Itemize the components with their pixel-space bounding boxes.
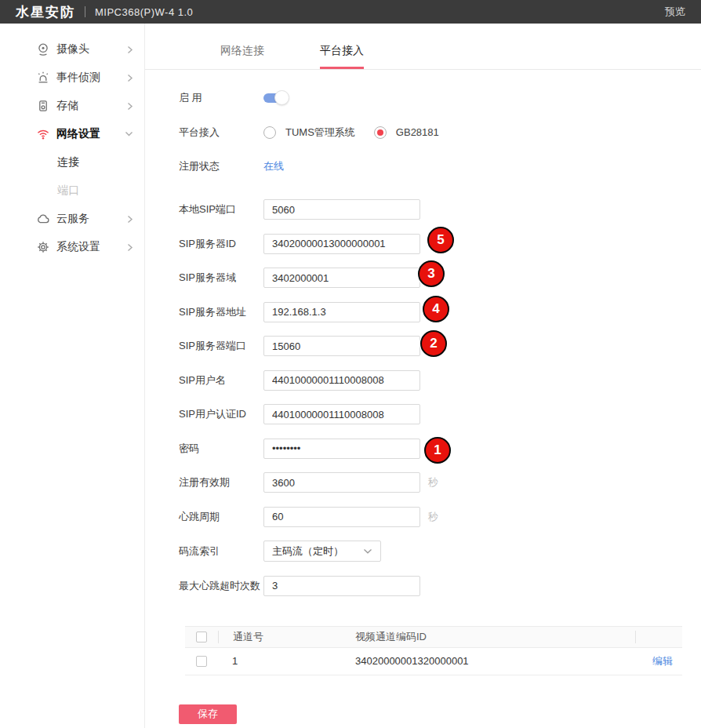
sidebar-item-label: 存储 xyxy=(56,99,78,113)
field-label: 本地SIP端口 xyxy=(179,202,263,217)
gear-icon xyxy=(36,240,50,254)
edit-link[interactable]: 编辑 xyxy=(652,655,673,667)
sip-username-input[interactable] xyxy=(263,370,420,391)
annotation-badge-1: 1 xyxy=(424,437,451,464)
field-label: 码流索引 xyxy=(179,544,263,559)
form-row-max-heartbeat-timeout: 最大心跳超时次数 xyxy=(179,576,701,596)
device-model: MIPC368(P)W-4 1.0 xyxy=(95,6,193,18)
sidebar-item-network-settings[interactable]: 网络设置 xyxy=(0,120,144,148)
sip-auth-id-input[interactable] xyxy=(263,404,420,424)
top-bar: 水星安防 MIPC368(P)W-4 1.0 预览 xyxy=(0,0,701,24)
form-row-local-sip-port: 本地SIP端口 xyxy=(179,199,701,220)
cell-encode-id: 34020000001320000001 xyxy=(355,655,635,667)
sidebar-subitem-connection[interactable]: 连接 xyxy=(0,148,144,177)
col-header-action xyxy=(635,631,682,643)
sidebar-item-label: 系统设置 xyxy=(56,240,100,254)
chevron-right-icon xyxy=(127,74,133,82)
chevron-right-icon xyxy=(127,215,133,224)
register-validity-input[interactable] xyxy=(263,472,420,493)
radio-gb28181[interactable]: GB28181 xyxy=(374,126,439,139)
radio-gb28181-label: GB28181 xyxy=(396,126,439,138)
field-label: SIP服务器域 xyxy=(179,271,263,285)
col-header-encode-id: 视频通道编码ID xyxy=(355,630,635,644)
sidebar-item-label: 云服务 xyxy=(56,212,89,226)
unit-seconds: 秒 xyxy=(428,510,438,524)
wifi-icon xyxy=(36,127,50,141)
form-row-platform-type: 平台接入 TUMS管理系统 GB28181 xyxy=(179,122,701,143)
sidebar-item-system-settings[interactable]: 系统设置 xyxy=(0,233,144,261)
sidebar-subitem-port[interactable]: 端口 xyxy=(0,177,144,205)
annotation-badge-5: 5 xyxy=(427,227,454,253)
sidebar-item-label: 事件侦测 xyxy=(56,71,100,85)
form-row-sip-username: SIP用户名 xyxy=(179,370,701,391)
sidebar-item-camera[interactable]: 摄像头 xyxy=(0,35,144,64)
platform-radio-group: TUMS管理系统 GB28181 xyxy=(263,126,439,140)
radio-checked-icon xyxy=(374,126,387,139)
form-row-stream-index: 码流索引 主码流（定时） xyxy=(179,541,701,562)
save-button[interactable]: 保存 xyxy=(179,704,237,724)
field-label: SIP用户名 xyxy=(179,373,263,388)
sip-server-id-input[interactable] xyxy=(263,234,420,254)
field-label: 密码 xyxy=(179,442,263,456)
heartbeat-period-input[interactable] xyxy=(263,507,420,527)
platform-type-label: 平台接入 xyxy=(179,126,263,140)
col-header-channel: 通道号 xyxy=(218,631,355,643)
radio-tums[interactable]: TUMS管理系统 xyxy=(263,126,355,140)
chevron-right-icon xyxy=(127,102,133,111)
sidebar-item-label: 网络设置 xyxy=(56,127,100,141)
sidebar-item-event-detection[interactable]: 事件侦测 xyxy=(0,64,144,92)
tab-network-connection[interactable]: 网络连接 xyxy=(220,44,264,69)
register-status-value: 在线 xyxy=(263,159,284,173)
stream-index-value: 主码流（定时） xyxy=(272,544,343,559)
radio-unchecked-icon xyxy=(263,126,276,139)
field-label: SIP服务器ID xyxy=(179,237,263,251)
preview-link[interactable]: 预览 xyxy=(665,5,685,19)
row-checkbox[interactable] xyxy=(196,656,207,667)
form-row-sip-auth-id: SIP用户认证ID xyxy=(179,404,701,424)
form-row-enable: 启 用 xyxy=(179,88,701,108)
max-heartbeat-timeout-input[interactable] xyxy=(263,576,420,596)
local-sip-port-input[interactable] xyxy=(263,199,420,220)
chevron-right-icon xyxy=(127,46,133,54)
tab-platform-access[interactable]: 平台接入 xyxy=(320,44,364,69)
sidebar: 摄像头 事件侦测 xyxy=(0,24,145,728)
field-label: SIP用户认证ID xyxy=(179,407,263,421)
sidebar-item-label: 摄像头 xyxy=(56,42,89,56)
camera-icon xyxy=(36,42,50,56)
table-row: 1 34020000001320000001 编辑 xyxy=(185,648,682,675)
sidebar-item-storage[interactable]: 存储 xyxy=(0,92,144,120)
storage-icon xyxy=(36,99,50,113)
annotation-badge-2: 2 xyxy=(420,330,447,357)
register-status-label: 注册状态 xyxy=(179,159,263,173)
chevron-right-icon xyxy=(127,243,133,252)
table-header: 通道号 视频通道编码ID xyxy=(185,626,682,648)
field-label: SIP服务器端口 xyxy=(179,339,263,353)
enable-toggle[interactable] xyxy=(263,93,287,103)
sidebar-item-cloud-service[interactable]: 云服务 xyxy=(0,205,144,233)
field-label: 注册有效期 xyxy=(179,475,263,490)
sidebar-subitem-label: 连接 xyxy=(57,155,79,169)
alarm-icon xyxy=(36,71,50,85)
form-row-register-validity: 注册有效期 秒 xyxy=(179,472,701,493)
cell-channel: 1 xyxy=(218,655,355,667)
channel-table: 通道号 视频通道编码ID 1 34020000001320000001 编辑 xyxy=(185,626,682,675)
annotation-badge-4: 4 xyxy=(423,296,449,322)
brand-logo: 水星安防 xyxy=(16,3,75,21)
sidebar-subitem-label: 端口 xyxy=(57,184,79,198)
form-row-register-status: 注册状态 在线 xyxy=(179,156,701,177)
enable-label: 启 用 xyxy=(179,91,263,105)
main-content: 网络连接 平台接入 启 用 平台接入 TUMS管理系统 GB28181 xyxy=(145,24,701,728)
chevron-down-icon xyxy=(125,131,133,137)
platform-access-form: 启 用 平台接入 TUMS管理系统 GB28181 注册状态 xyxy=(145,70,701,596)
select-all-checkbox[interactable] xyxy=(196,632,207,642)
field-label: SIP服务器地址 xyxy=(179,305,263,319)
sip-server-port-input[interactable] xyxy=(263,336,420,356)
cloud-icon xyxy=(36,212,50,226)
sip-server-domain-input[interactable] xyxy=(263,268,420,288)
password-input[interactable] xyxy=(263,439,420,459)
topbar-divider xyxy=(85,6,85,17)
radio-dot xyxy=(377,129,383,136)
stream-index-select[interactable]: 主码流（定时） xyxy=(263,541,381,562)
sip-server-address-input[interactable] xyxy=(263,302,420,322)
tab-bar: 网络连接 平台接入 xyxy=(145,24,701,70)
